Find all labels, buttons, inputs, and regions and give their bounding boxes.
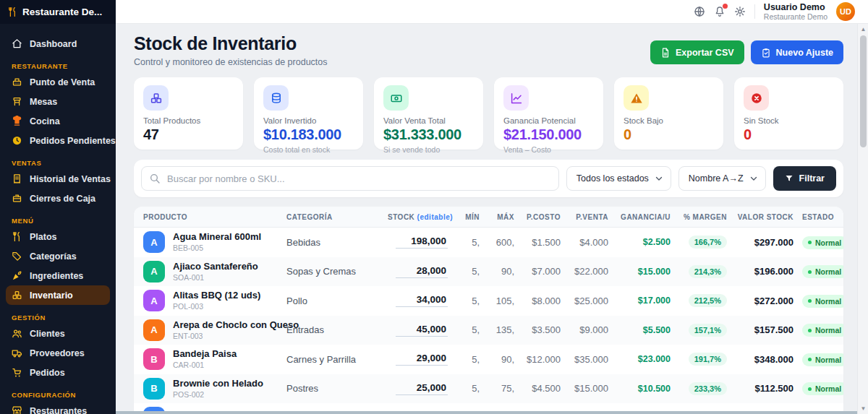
margen-pill: 233,3% xyxy=(689,382,727,395)
stat-label: Ganancia Potencial xyxy=(503,116,594,125)
filter-button[interactable]: Filtrar xyxy=(773,166,836,191)
boxes-icon-tile xyxy=(143,85,169,111)
sidebar-item-inventario[interactable]: Inventario xyxy=(6,285,110,305)
page-header: Stock de Inventario Control y monitoreo … xyxy=(134,33,843,67)
search-input[interactable] xyxy=(141,166,559,191)
product-name: Ajiaco Santafereño xyxy=(173,262,258,272)
sidebar-item-restaurantes[interactable]: Restaurantes xyxy=(6,401,110,414)
app-window: Restaurante De... Dashboard RESTAURANTE … xyxy=(0,0,868,414)
sidebar-item-proveedores[interactable]: Proveedores xyxy=(6,343,110,363)
boxes-icon xyxy=(12,290,22,301)
estado-filter-select[interactable]: Todos los estados xyxy=(566,166,671,191)
stat-label: Valor Invertido xyxy=(263,116,354,125)
stock-min: 5, xyxy=(452,296,484,306)
sidebar-item-ingredientes[interactable]: Ingredientes xyxy=(6,266,110,285)
stock-input[interactable] xyxy=(396,236,448,249)
sidebar-item-mesas[interactable]: Mesas xyxy=(6,92,110,111)
vertical-scrollbar[interactable]: ▲ ▼ xyxy=(857,24,868,414)
product-sku: SOA-001 xyxy=(173,273,258,282)
scroll-down-arrow[interactable]: ▼ xyxy=(858,404,868,413)
avatar[interactable]: UD xyxy=(836,2,855,21)
stock-input[interactable] xyxy=(396,294,448,307)
sidebar-item-historial-de-ventas[interactable]: Historial de Ventas xyxy=(6,169,110,189)
user-organization: Restaurante Demo xyxy=(764,12,827,21)
stock-input[interactable] xyxy=(396,265,448,278)
export-csv-button[interactable]: Exportar CSV xyxy=(650,40,744,64)
warning-icon-tile xyxy=(624,85,649,111)
col-margen: % MARGEN xyxy=(675,213,731,221)
user-info: Usuario Demo Restaurante Demo xyxy=(764,2,827,21)
sort-select[interactable]: Nombre A→Z xyxy=(678,166,766,191)
globe-icon[interactable] xyxy=(694,6,705,17)
page-subtitle: Control y monitoreo de existencias de pr… xyxy=(134,57,328,67)
stat-label: Valor Venta Total xyxy=(383,116,474,125)
ganancia-unidad: $5.500 xyxy=(613,325,675,335)
sidebar-item-dashboard[interactable]: Dashboard xyxy=(6,34,110,53)
stock-input[interactable] xyxy=(396,353,448,366)
header-divider xyxy=(754,4,755,19)
brand-name: Restaurante De... xyxy=(22,7,102,17)
margen-pill: 191,7% xyxy=(689,353,727,366)
register-icon xyxy=(12,77,22,87)
banknote-icon-tile xyxy=(383,85,409,111)
gear-icon[interactable] xyxy=(734,6,746,17)
product-avatar: A xyxy=(143,290,165,311)
inventory-table: PRODUCTO CATEGORÍA STOCK (editable) MÍN … xyxy=(134,207,843,414)
product-avatar: A xyxy=(143,261,165,283)
sidebar-item-pedidos[interactable]: Pedidos xyxy=(6,363,110,382)
horizontal-scrollbar[interactable] xyxy=(116,411,857,414)
filter-label: Filtrar xyxy=(799,173,825,184)
sidebar-item-clientes[interactable]: Clientes xyxy=(6,324,110,343)
sidebar-item-label: Pedidos xyxy=(30,368,65,378)
col-stock: STOCK (editable) xyxy=(383,213,452,221)
stock-input[interactable] xyxy=(396,382,448,395)
sidebar-item-platos[interactable]: Platos xyxy=(6,227,110,246)
sort-value: Nombre A→Z xyxy=(689,173,744,184)
precio-venta: $4.000 xyxy=(565,237,613,248)
product-category: Entradas xyxy=(282,324,383,335)
x-circle-icon xyxy=(750,92,763,105)
product-category: Sopas y Cremas xyxy=(282,266,383,277)
ganancia-unidad: $15.000 xyxy=(613,267,675,277)
scrollbar-thumb[interactable] xyxy=(860,35,867,147)
utensils-logo-icon xyxy=(7,7,18,17)
stock-max: 105, xyxy=(484,296,519,306)
new-adjustment-button[interactable]: Nuevo Ajuste xyxy=(751,40,843,64)
status-dot xyxy=(808,358,812,361)
scroll-up-arrow[interactable]: ▲ xyxy=(858,25,868,34)
nav-section-restaurante: RESTAURANTE xyxy=(6,62,110,70)
precio-costo: $3.500 xyxy=(519,324,565,335)
ganancia-unidad: $2.500 xyxy=(613,237,675,247)
table-row: A Ajiaco Santafereño SOA-001 Sopas y Cre… xyxy=(134,257,843,287)
status-dot xyxy=(808,270,812,274)
table-icon xyxy=(12,96,22,107)
sidebar-item-label: Dashboard xyxy=(30,39,77,49)
sidebar-item-punto-de-venta[interactable]: Punto de Venta xyxy=(6,72,110,92)
sidebar-item-label: Inventario xyxy=(30,290,73,301)
sidebar-item-pedidos-pendientes[interactable]: Pedidos Pendientes xyxy=(6,131,110,150)
header-actions: Exportar CSV Nuevo Ajuste xyxy=(650,40,843,64)
sidebar-item-label: Punto de Venta xyxy=(30,77,95,87)
cart-icon xyxy=(12,367,22,378)
stock-input[interactable] xyxy=(396,324,448,337)
stock-max: 90, xyxy=(484,354,519,365)
col-categoria: CATEGORÍA xyxy=(282,213,383,221)
export-csv-label: Exportar CSV xyxy=(676,48,734,58)
status-dot xyxy=(808,241,812,244)
margen-pill: 157,1% xyxy=(689,324,727,337)
product-name: Brownie con Helado xyxy=(173,379,263,389)
sidebar-item-cocina[interactable]: Cocina xyxy=(6,111,110,131)
valor-stock: $112.500 xyxy=(731,383,798,394)
filter-bar: Todos los estados Nombre A→Z Filtrar xyxy=(134,160,843,197)
estado-badge: Normal xyxy=(802,382,843,395)
warning-icon xyxy=(630,92,643,105)
sidebar-item-categorias[interactable]: Categorías xyxy=(6,246,110,266)
estado-badge: Normal xyxy=(802,295,843,308)
sidebar-item-label: Cierres de Caja xyxy=(30,194,95,204)
stat-label: Total Productos xyxy=(143,116,234,125)
notifications-bell-icon[interactable] xyxy=(714,6,726,17)
stat-card-ganancia-potencial: Ganancia Potencial $21.150.000 Venta – C… xyxy=(494,77,603,150)
sidebar-item-cierres-de-caja[interactable]: Cierres de Caja xyxy=(6,189,110,208)
users-icon xyxy=(12,328,22,339)
status-dot xyxy=(808,299,812,303)
